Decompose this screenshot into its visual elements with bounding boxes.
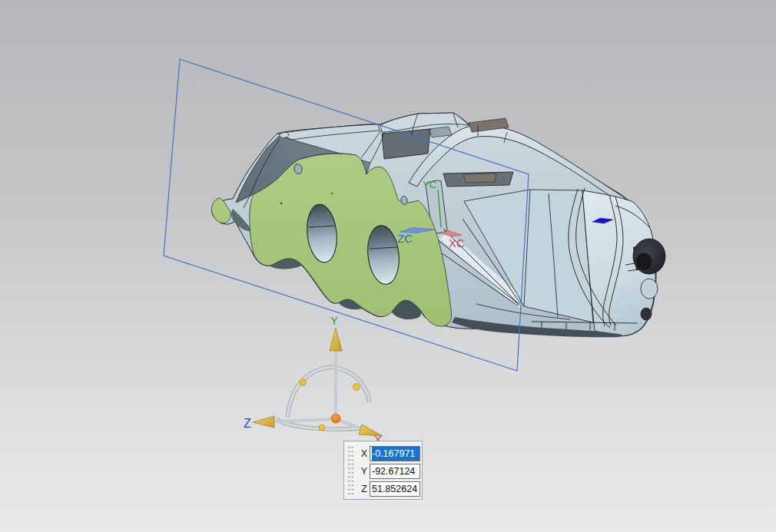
rotation-ball-xy[interactable] [353, 384, 360, 391]
y-coordinate-input[interactable]: -92.67124 [370, 464, 420, 479]
z-coordinate-value[interactable]: 51.852624 [372, 482, 417, 496]
coordinate-row-x: X -0.167971 [356, 446, 420, 461]
z-axis-shaft[interactable] [277, 419, 335, 421]
orientation-manipulator[interactable]: Y Z X [244, 315, 383, 446]
origin-ball[interactable] [331, 414, 341, 424]
pin-dot-2 [331, 193, 333, 194]
interior-floor [463, 173, 496, 183]
rotation-arc-dome[interactable] [287, 367, 370, 418]
y-field-label: Y [356, 466, 367, 477]
x-coordinate-value[interactable]: -0.167971 [372, 447, 420, 461]
zc-axis-label: ZC [397, 232, 413, 245]
z-axis-label: Z [244, 417, 251, 430]
z-coordinate-input[interactable]: 51.852624 [370, 481, 420, 497]
cad-graphics-window[interactable]: ZC XC YC Y Z X X [0, 0, 776, 532]
rotation-ball-zy[interactable] [300, 379, 307, 386]
z-axis-arrow-icon[interactable] [253, 416, 274, 428]
drag-handle[interactable] [347, 445, 354, 495]
y-coordinate-value[interactable]: -92.67124 [372, 464, 415, 478]
coordinate-rows: X -0.167971 Y -92.67124 Z 51.852624 [356, 446, 420, 499]
x-field-label: X [356, 448, 367, 459]
coordinate-row-z: Z 51.852624 [356, 481, 420, 497]
rotation-ball-zx[interactable] [319, 425, 325, 431]
z-field-label: Z [356, 484, 367, 494]
pin-dot-1 [280, 203, 282, 204]
yc-axis-label: YC [423, 179, 436, 190]
xc-axis-label: XC [449, 236, 465, 249]
x-coordinate-input[interactable]: -0.167971 [370, 446, 420, 461]
rotation-arc-dome-face [287, 367, 370, 418]
model-3d-part[interactable] [211, 113, 665, 337]
y-axis-label: Y [330, 315, 338, 327]
coordinate-row-y: Y -92.67124 [356, 464, 420, 479]
coordinate-input-box: X -0.167971 Y -92.67124 Z 51.852624 [343, 441, 423, 500]
y-axis-arrow-icon[interactable] [330, 328, 342, 351]
